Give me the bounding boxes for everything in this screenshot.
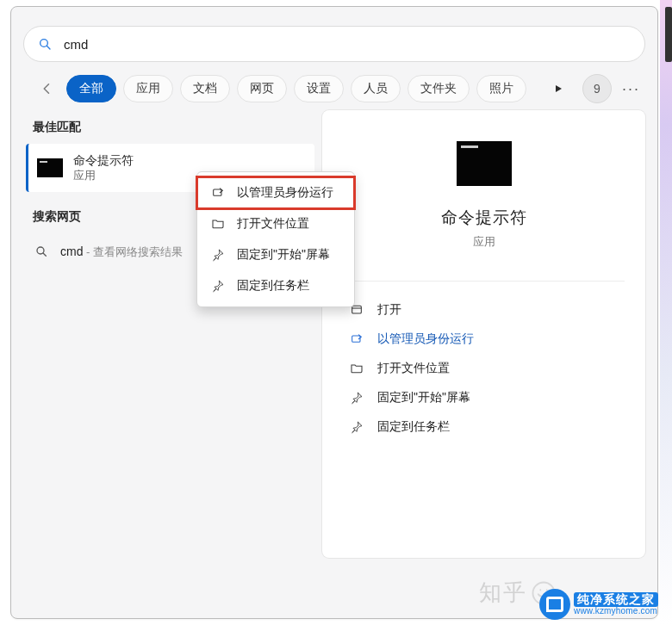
divider — [343, 281, 625, 282]
best-match-subtitle: 应用 — [73, 169, 134, 183]
background-scrollbar — [665, 7, 672, 62]
preview-pane: 命令提示符 应用 打开 以管理员身份运行 打开文件位置 — [322, 110, 645, 558]
web-query: cmd — [60, 244, 83, 258]
filter-tab-settings[interactable]: 设置 — [294, 75, 344, 102]
ctx-location-label: 打开文件位置 — [237, 216, 309, 232]
folder-icon — [211, 217, 225, 231]
site-logo-icon — [539, 589, 570, 620]
ctx-open-location[interactable]: 打开文件位置 — [197, 208, 354, 239]
back-button[interactable] — [35, 77, 59, 101]
action-pin-taskbar[interactable]: 固定到任务栏 — [343, 412, 625, 442]
pin-icon — [211, 279, 225, 293]
more-options-button[interactable]: ··· — [622, 80, 640, 98]
preview-app-icon — [457, 141, 512, 186]
admin-icon — [350, 332, 364, 346]
admin-icon — [211, 186, 225, 200]
search-icon — [34, 244, 48, 258]
action-open-location[interactable]: 打开文件位置 — [343, 354, 625, 383]
pin-icon — [350, 420, 364, 434]
filter-tab-documents[interactable]: 文档 — [180, 75, 230, 102]
svg-line-1 — [47, 46, 50, 49]
site-en: www.kzmyhome.com — [574, 607, 658, 616]
action-admin-label: 以管理员身份运行 — [377, 331, 618, 347]
filter-tab-people[interactable]: 人员 — [351, 75, 401, 102]
site-watermark-text: 纯净系统之家 www.kzmyhome.com — [574, 592, 658, 616]
ctx-pin-start[interactable]: 固定到"开始"屏幕 — [197, 239, 354, 270]
ctx-pin-start-label: 固定到"开始"屏幕 — [237, 247, 330, 263]
filter-tab-web[interactable]: 网页 — [237, 75, 287, 102]
cmd-icon — [37, 158, 63, 177]
action-open-label: 打开 — [377, 302, 618, 318]
action-run-as-admin[interactable]: 以管理员身份运行 — [343, 325, 625, 354]
ctx-admin-label: 以管理员身份运行 — [237, 185, 333, 201]
context-menu: 以管理员身份运行 打开文件位置 固定到"开始"屏幕 固定到任务栏 — [196, 171, 355, 307]
pin-icon — [350, 391, 364, 405]
filter-row: 全部 应用 文档 网页 设置 人员 文件夹 照片 9 ··· — [35, 74, 645, 103]
badge-count[interactable]: 9 — [582, 74, 612, 103]
action-open[interactable]: 打开 — [343, 295, 625, 325]
preview-actions: 打开 以管理员身份运行 打开文件位置 固定到"开始"屏幕 — [322, 281, 645, 442]
filter-right-controls: 9 ··· — [544, 74, 645, 103]
ctx-run-as-admin[interactable]: 以管理员身份运行 — [197, 177, 354, 208]
action-pin-start-label: 固定到"开始"屏幕 — [377, 390, 618, 405]
filter-tab-all[interactable]: 全部 — [66, 75, 116, 102]
preview-subtitle: 应用 — [473, 234, 495, 250]
web-hint: - 查看网络搜索结果 — [83, 245, 183, 258]
best-match-title: 命令提示符 — [73, 152, 134, 169]
filter-tab-photos[interactable]: 照片 — [476, 75, 526, 102]
search-panel: 全部 应用 文档 网页 设置 人员 文件夹 照片 9 ··· 最佳匹配 命令提示… — [10, 6, 658, 619]
pin-icon — [211, 248, 225, 262]
action-pin-taskbar-label: 固定到任务栏 — [377, 419, 618, 435]
filter-tab-apps[interactable]: 应用 — [123, 75, 173, 102]
preview-title: 命令提示符 — [441, 207, 527, 229]
folder-icon — [350, 362, 364, 375]
action-location-label: 打开文件位置 — [377, 361, 618, 376]
svg-line-3 — [43, 253, 46, 256]
zhihu-text: 知乎 — [479, 578, 527, 608]
filter-tab-folders[interactable]: 文件夹 — [408, 75, 470, 102]
web-result-text: cmd - 查看网络搜索结果 — [60, 244, 183, 260]
site-watermark: 纯净系统之家 www.kzmyhome.com — [539, 584, 672, 625]
action-pin-start[interactable]: 固定到"开始"屏幕 — [343, 383, 625, 412]
svg-rect-4 — [352, 306, 362, 313]
search-input[interactable] — [62, 36, 631, 53]
ctx-pin-taskbar[interactable]: 固定到任务栏 — [197, 270, 354, 301]
ctx-pin-taskbar-label: 固定到任务栏 — [237, 278, 309, 294]
best-match-header: 最佳匹配 — [26, 114, 314, 144]
site-cn: 纯净系统之家 — [574, 592, 658, 607]
background-decoration — [660, 0, 672, 625]
best-match-text: 命令提示符 应用 — [73, 152, 134, 183]
search-icon — [38, 37, 52, 51]
search-bar[interactable] — [23, 26, 645, 62]
play-button[interactable] — [544, 75, 572, 102]
